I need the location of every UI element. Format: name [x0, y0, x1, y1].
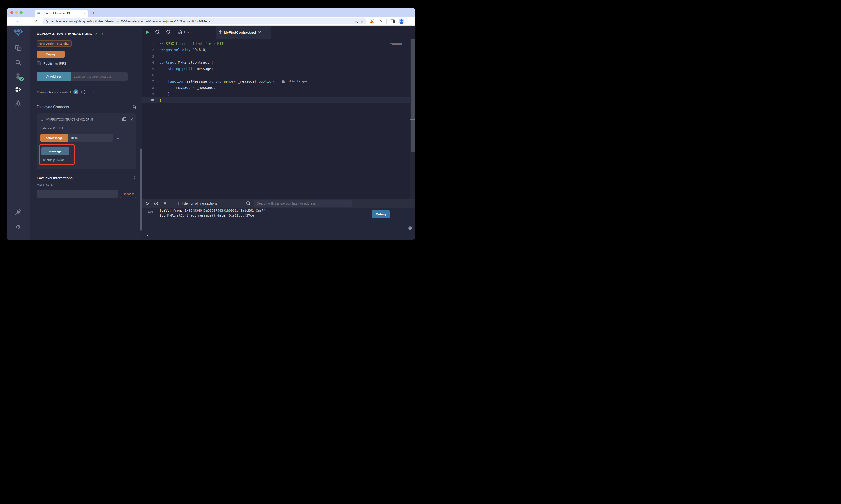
- address-bar[interactable]: remix.ethereum.org/#lang=en&optimize=fal…: [42, 18, 366, 24]
- remix-logo[interactable]: [14, 28, 23, 37]
- set-message-button[interactable]: setMessage: [40, 134, 68, 142]
- log-expand-icon[interactable]: ⌄: [396, 212, 398, 216]
- publish-ipfs-label: Publish to IPFS: [44, 61, 66, 65]
- message-result: 0: string: Hello!: [43, 158, 69, 162]
- line-number: 1: [142, 42, 155, 46]
- message-getter-button[interactable]: message: [41, 147, 69, 155]
- log-from-label: [call] from:: [159, 209, 183, 212]
- extensions-icon[interactable]: [378, 19, 382, 23]
- terminal-log-line[interactable]: [call] from: 0x9Cf934043aD350758391b0D01…: [159, 209, 265, 212]
- indent-guide: [159, 72, 160, 78]
- solidity-file-icon: [219, 30, 222, 34]
- code-editor[interactable]: 1// SPDX-License-Identifier: MIT2pragma …: [142, 39, 415, 199]
- deploy-button[interactable]: Deploy: [37, 51, 65, 58]
- zoom-page-icon[interactable]: [355, 19, 358, 23]
- code-line[interactable]: 6: [142, 72, 415, 78]
- side-panel-icon[interactable]: [391, 19, 395, 23]
- zoom-in-icon[interactable]: [166, 30, 171, 35]
- gas-pump-icon: [282, 80, 285, 83]
- calldata-input[interactable]: [37, 190, 118, 198]
- settings-gear-icon[interactable]: ⚙: [14, 222, 23, 232]
- site-settings-icon[interactable]: [45, 20, 49, 23]
- line-number: 3: [142, 55, 155, 58]
- code-text: function setMessage(string memory _messa…: [155, 79, 275, 84]
- code-line[interactable]: 5 string public message;: [142, 66, 415, 72]
- minimap[interactable]: [390, 40, 408, 55]
- publish-ipfs-checkbox[interactable]: [37, 61, 41, 65]
- code-line[interactable]: 9 }: [142, 91, 415, 97]
- set-message-input[interactable]: [68, 134, 113, 142]
- metamask-icon[interactable]: [369, 19, 374, 23]
- minimize-window-button[interactable]: [15, 11, 18, 14]
- transactions-count-badge: 2: [73, 89, 79, 94]
- panel-scrollbar-thumb[interactable]: [140, 148, 142, 231]
- line-number: 4⌄: [142, 61, 155, 65]
- trash-icon[interactable]: [132, 105, 136, 109]
- terminal-search-input[interactable]: [254, 200, 352, 207]
- contract-balance: Balance: 0. ETH: [40, 126, 133, 130]
- line-number: 5: [142, 67, 155, 71]
- plugin-manager-icon[interactable]: [14, 207, 23, 216]
- tab-file-active[interactable]: MyFirstContract.sol ✕: [216, 25, 271, 39]
- zoom-out-icon[interactable]: [155, 30, 160, 35]
- url-text[interactable]: remix.ethereum.org/#lang=en&optimize=fal…: [51, 20, 352, 23]
- reload-icon[interactable]: ⟳: [34, 19, 37, 23]
- code-line[interactable]: 7⌄ function setMessage(string memory _me…: [142, 78, 415, 85]
- tab-home[interactable]: Home: [178, 30, 193, 34]
- code-line[interactable]: 2pragma solidity ^0.8.0;: [142, 47, 415, 53]
- profile-avatar[interactable]: [399, 18, 404, 24]
- code-line[interactable]: 1// SPDX-License-Identifier: MIT: [142, 41, 415, 47]
- debugger-icon[interactable]: [14, 98, 23, 108]
- remove-contract-icon[interactable]: ✕: [131, 118, 133, 121]
- debug-button[interactable]: Debug: [372, 211, 390, 218]
- tab-close-icon[interactable]: ✕: [83, 12, 86, 15]
- forward-icon[interactable]: →: [25, 19, 29, 23]
- zoom-window-button[interactable]: [20, 11, 23, 14]
- copy-address-icon[interactable]: [122, 117, 126, 122]
- collapse-terminal-icon[interactable]: [145, 201, 149, 205]
- scroll-to-bottom-button[interactable]: [408, 227, 412, 230]
- toolbar-divider: [387, 19, 387, 23]
- code-line[interactable]: 8 message = _message;: [142, 85, 415, 91]
- deploy-run-icon[interactable]: [14, 85, 23, 94]
- code-text: contract MyFirstContract {: [155, 60, 213, 65]
- back-icon[interactable]: ←: [16, 19, 20, 23]
- panel-divider: [37, 173, 136, 173]
- terminal-log-line[interactable]: to: MyFirstContract.message() data: 0xe2…: [159, 214, 254, 217]
- at-address-input[interactable]: [71, 72, 127, 81]
- editor-scrollbar-track[interactable]: [410, 39, 415, 199]
- transact-button[interactable]: Transact: [120, 190, 136, 198]
- close-window-button[interactable]: [10, 11, 13, 14]
- info-icon[interactable]: [81, 90, 85, 94]
- editor-scrollbar-thumb[interactable]: [411, 39, 415, 152]
- transactions-recorded-label: Transactions recorded: [37, 90, 71, 94]
- code-line[interactable]: 10}: [142, 97, 415, 104]
- browser-menu-icon[interactable]: ⋮: [408, 19, 412, 23]
- bookmark-star-icon[interactable]: ☆: [360, 19, 364, 24]
- info-icon[interactable]: [132, 176, 136, 180]
- deploy-run-panel: DEPLOY & RUN TRANSACTIONS ✓ › evm versio…: [30, 25, 142, 240]
- log-from-address: 0x9Cf934043aD350758391b0D01c49a1cE62fCaa…: [185, 209, 265, 212]
- file-explorer-icon[interactable]: [14, 44, 23, 53]
- code-line[interactable]: 3: [142, 53, 415, 59]
- solidity-compiler-icon[interactable]: [14, 72, 23, 81]
- icon-rail: ⚙: [6, 25, 30, 240]
- new-tab-button[interactable]: +: [91, 10, 97, 16]
- file-tab-close-icon[interactable]: ✕: [258, 30, 261, 34]
- set-message-expand-icon[interactable]: ⌄: [117, 136, 120, 140]
- run-script-icon[interactable]: [146, 30, 149, 34]
- contract-collapse-icon[interactable]: ⌄: [40, 117, 44, 122]
- terminal-prompt[interactable]: >: [146, 233, 148, 238]
- line-number: 6: [142, 73, 155, 77]
- search-icon[interactable]: [14, 58, 23, 67]
- browser-tab[interactable]: Remix - Ethereum IDE ✕: [35, 10, 88, 17]
- browser-window: Remix - Ethereum IDE ✕ + ← → ⟳ remix.eth…: [6, 8, 415, 240]
- clear-console-icon[interactable]: [154, 201, 158, 205]
- at-address-button[interactable]: At Address: [37, 72, 71, 81]
- browser-tab-bar: Remix - Ethereum IDE ✕ +: [6, 8, 415, 17]
- transactions-expand-icon[interactable]: ›: [93, 90, 95, 94]
- panel-expand-icon[interactable]: ›: [102, 32, 103, 36]
- panel-title: DEPLOY & RUN TRANSACTIONS: [37, 32, 92, 36]
- listen-transactions-checkbox[interactable]: [175, 201, 179, 205]
- code-line[interactable]: 4⌄contract MyFirstContract {: [142, 59, 415, 66]
